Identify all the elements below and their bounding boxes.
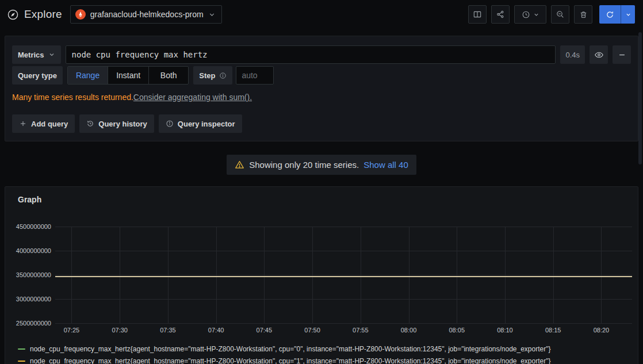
query-type-instant[interactable]: Instant xyxy=(108,67,149,84)
x-gridline xyxy=(312,227,313,323)
clear-all-button[interactable] xyxy=(574,5,592,24)
chevron-down-icon xyxy=(625,12,631,18)
query-type-both[interactable]: Both xyxy=(149,67,188,84)
info-circle-icon xyxy=(219,72,227,79)
time-series-chart[interactable]: 4500000000400000000035000000003000000000… xyxy=(5,227,638,332)
legend-series-label[interactable]: node_cpu_frequency_max_hertz{agent_hostn… xyxy=(30,357,550,364)
x-axis-tick-label: 08:05 xyxy=(449,327,465,334)
legend-item[interactable]: node_cpu_frequency_max_hertz{agent_hostn… xyxy=(18,355,638,364)
query-inspector-button[interactable]: Query inspector xyxy=(159,114,242,133)
x-axis-tick-label: 07:30 xyxy=(112,327,128,334)
y-axis-tick-label: 4500000000 xyxy=(5,223,51,230)
split-view-button[interactable] xyxy=(468,5,487,24)
x-gridline xyxy=(601,227,602,323)
share-button[interactable] xyxy=(491,5,510,24)
scrollbar-thumb[interactable] xyxy=(638,32,642,164)
query-row: Metrics 0.4s xyxy=(12,45,631,64)
query-expression-input[interactable] xyxy=(66,45,556,64)
time-picker-button[interactable] xyxy=(514,5,546,24)
query-options-row: Query type Range Instant Both Step xyxy=(12,66,631,85)
series-limit-notice: Showing only 20 time series. Show all 40 xyxy=(227,155,416,175)
explore-toolbar: Explore grafanacloud-helmkedocs-prom xyxy=(0,0,643,29)
chevron-down-icon xyxy=(533,12,539,18)
graph-panel-title: Graph xyxy=(5,194,638,204)
y-gridline xyxy=(55,323,632,324)
remove-query-button[interactable] xyxy=(613,45,631,64)
query-type-range[interactable]: Range xyxy=(68,67,108,84)
graph-panel: Graph 4500000000400000000035000000003000… xyxy=(5,186,638,364)
trash-icon xyxy=(579,10,588,19)
legend-series-color xyxy=(18,348,25,350)
add-query-button[interactable]: Add query xyxy=(12,114,75,133)
plus-icon xyxy=(19,120,27,128)
warning-text: Many time series results returned. xyxy=(12,93,133,102)
x-axis-tick-label: 08:10 xyxy=(497,327,513,334)
graph-legend: node_cpu_frequency_max_hertz{agent_hostn… xyxy=(18,343,638,364)
toggle-visibility-button[interactable] xyxy=(590,45,608,64)
eye-icon xyxy=(594,50,604,60)
step-input[interactable] xyxy=(236,66,274,85)
run-query-button[interactable] xyxy=(599,5,621,24)
y-axis-tick-label: 2500000000 xyxy=(5,320,51,327)
x-gridline xyxy=(216,227,217,323)
query-history-button[interactable]: Query history xyxy=(79,114,154,133)
legend-item[interactable]: node_cpu_frequency_max_hertz{agent_hostn… xyxy=(18,343,638,355)
zoom-out-button[interactable] xyxy=(551,5,569,24)
x-axis-tick-label: 07:25 xyxy=(64,327,80,334)
x-gridline xyxy=(553,227,554,323)
history-icon xyxy=(86,120,94,128)
page-scrollbar[interactable] xyxy=(639,0,642,364)
minus-icon xyxy=(618,51,626,59)
y-gridline xyxy=(55,227,632,227)
y-axis-tick-label: 3500000000 xyxy=(5,271,51,278)
x-gridline xyxy=(361,227,361,323)
query-type-label: Query type xyxy=(12,66,63,85)
datasource-name: grafanacloud-helmkedocs-prom xyxy=(90,10,204,19)
x-axis-tick-label: 08:20 xyxy=(594,327,610,334)
x-axis-tick-label: 07:40 xyxy=(208,327,224,334)
run-query-split-button xyxy=(599,5,635,24)
query-warning: Many time series results returned.Consid… xyxy=(12,93,631,102)
datasource-picker[interactable]: grafanacloud-helmkedocs-prom xyxy=(70,5,222,24)
page-title: Explore xyxy=(24,8,62,21)
x-axis-tick-label: 07:45 xyxy=(257,327,273,334)
compass-icon xyxy=(7,9,19,21)
x-axis-tick-label: 08:15 xyxy=(545,327,561,334)
y-gridline xyxy=(55,275,632,275)
x-axis-tick-label: 07:50 xyxy=(304,327,320,334)
chevron-down-icon xyxy=(48,51,55,58)
run-query-interval-dropdown[interactable] xyxy=(621,5,635,24)
show-all-series-link[interactable]: Show all 40 xyxy=(363,160,408,170)
y-axis-tick-label: 3000000000 xyxy=(5,296,51,302)
x-axis-tick-label: 08:00 xyxy=(401,327,417,334)
prometheus-icon xyxy=(75,9,86,20)
explore-header: Explore xyxy=(7,8,62,21)
aggregate-hint-link[interactable]: Consider aggregating with sum(). xyxy=(133,93,252,102)
x-gridline xyxy=(120,227,120,323)
zoom-out-icon xyxy=(556,10,565,19)
step-label: Step xyxy=(193,66,232,85)
metrics-dropdown-label: Metrics xyxy=(18,51,44,59)
y-gridline xyxy=(55,251,632,251)
split-columns-icon xyxy=(473,10,482,19)
refresh-icon xyxy=(606,10,614,19)
x-axis-tick-label: 07:55 xyxy=(353,327,369,334)
clock-icon xyxy=(522,10,530,19)
legend-series-label[interactable]: node_cpu_frequency_max_hertz{agent_hostn… xyxy=(30,345,550,353)
x-gridline xyxy=(71,227,72,323)
x-gridline xyxy=(457,227,457,323)
metrics-dropdown[interactable]: Metrics xyxy=(12,45,61,64)
query-type-radio-group: Range Instant Both xyxy=(67,66,189,85)
y-axis-tick-label: 4000000000 xyxy=(5,247,51,254)
notice-text: Showing only 20 time series. xyxy=(249,160,359,170)
chevron-down-icon xyxy=(208,11,216,18)
x-axis-tick-label: 07:35 xyxy=(160,327,176,334)
plot-area[interactable] xyxy=(55,227,632,323)
flat-series-line[interactable] xyxy=(55,276,632,277)
x-gridline xyxy=(505,227,506,323)
query-actions-row: Add query Query history Query inspector xyxy=(12,114,631,133)
query-duration-badge: 0.4s xyxy=(560,45,585,64)
x-gridline xyxy=(168,227,169,323)
toolbar-actions xyxy=(468,5,635,24)
share-icon xyxy=(496,10,505,19)
